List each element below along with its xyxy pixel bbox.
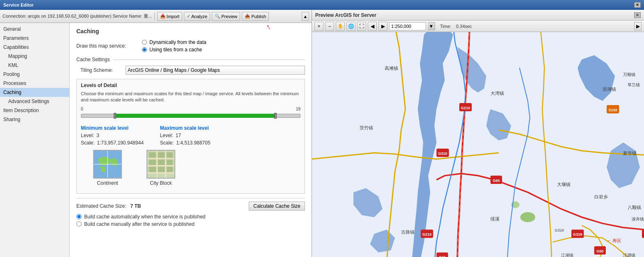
tiling-scheme-select[interactable]: ArcGIS Online / Bing Maps / Google Maps … [126, 66, 305, 75]
svg-rect-14 [158, 167, 165, 172]
slider-track-container [81, 112, 300, 119]
radio-dynamic[interactable]: Dynamically from the data [142, 39, 206, 45]
toolbar: Connection: arcgis on 192.168.50.62_6080… [0, 10, 312, 23]
radio-tiles-input[interactable] [142, 47, 147, 52]
svg-text:万顺镇: 万顺镇 [623, 72, 635, 77]
sidebar-item-caching[interactable]: Caching [0, 88, 69, 97]
slider-labels: 0 19 [81, 107, 300, 111]
svg-rect-7 [149, 152, 156, 158]
close-button[interactable]: ✕ [634, 2, 641, 8]
sidebar-item-item-description[interactable]: Item Description [0, 106, 69, 115]
min-level-row: Level: 3 [81, 133, 144, 138]
build-manual-radio[interactable] [76, 221, 82, 227]
preview-icon: 🔍 [215, 14, 220, 19]
build-manual-label: Build cache manually after the service i… [84, 221, 195, 227]
lod-box: Levels of Detail Choose the minimum and … [76, 79, 305, 194]
svg-rect-12 [167, 159, 173, 165]
build-auto-radio[interactable] [76, 214, 82, 219]
max-level-row: Level: 17 [160, 133, 211, 138]
cityblock-thumbnail [147, 150, 175, 179]
time-value: 0.34sec [456, 24, 472, 29]
main-container: Connection: arcgis on 192.168.50.62_6080… [0, 10, 644, 257]
svg-text:八颗镇: 八颗镇 [628, 205, 641, 210]
svg-rect-15 [167, 167, 173, 172]
svg-text:茨竹镇: 茨竹镇 [360, 125, 373, 130]
expand-button[interactable]: ⛶ [357, 22, 366, 31]
svg-rect-8 [158, 152, 165, 158]
map-area: G210 G310 G65 G210 G319 G [312, 32, 644, 257]
sidebar-item-parameters[interactable]: Parameters [0, 34, 69, 43]
connection-label: Connection: arcgis on 192.168.50.62_6080… [2, 13, 152, 19]
min-scale-value: 1:73,957,190.948944 [97, 140, 143, 146]
sidebar-item-advanced-settings[interactable]: Advanced Settings [0, 97, 69, 106]
sidebar-item-processes[interactable]: Processes [0, 79, 69, 88]
time-label: Time: [440, 24, 451, 29]
cache-settings-divider [113, 60, 305, 60]
max-level-value: 17 [176, 133, 181, 138]
svg-rect-25 [642, 229, 644, 238]
sidebar-item-general[interactable]: General [0, 25, 69, 34]
max-scale-col: Maximum scale level Level: 17 Scale: 1:4… [160, 125, 211, 146]
scale-dropdown[interactable]: ▼ [428, 22, 435, 30]
back-button[interactable]: ◀ [368, 22, 377, 31]
import-icon: 📥 [160, 14, 166, 19]
slider-active-track [116, 114, 277, 118]
svg-text:新市镇: 新市镇 [623, 151, 637, 156]
title-bar: Service Editor ✕ [0, 0, 644, 10]
build-manual-option[interactable]: Build cache manually after the service i… [76, 221, 305, 227]
sidebar-item-kml[interactable]: KML [0, 61, 69, 70]
svg-point-22 [520, 212, 535, 222]
svg-text:洪湖镇: 洪湖镇 [603, 87, 616, 92]
preview-button[interactable]: 🔍 Preview [212, 12, 240, 21]
globe-button[interactable]: 🌐 [346, 22, 355, 31]
svg-rect-18 [147, 172, 174, 174]
map-svg: G210 G310 G65 G210 G319 G [312, 32, 644, 257]
preview-close-button[interactable]: ✕ [634, 12, 641, 18]
scale-input[interactable] [389, 22, 426, 30]
radio-tiles-label: Using tiles from a cache [149, 47, 202, 53]
publish-button[interactable]: 📤 Publish [242, 12, 269, 21]
toolbar-expand-button[interactable]: ▲ [302, 12, 309, 21]
min-level-value: 3 [96, 133, 99, 138]
build-auto-option[interactable]: Build cache automatically when the servi… [76, 214, 305, 220]
editor-panel: Connection: arcgis on 192.168.50.62_6080… [0, 10, 312, 257]
map-expand-button[interactable]: ▶ [634, 22, 642, 30]
radio-tiles[interactable]: Using tiles from a cache [142, 47, 206, 53]
tiling-select-wrapper: ArcGIS Online / Bing Maps / Google Maps … [126, 66, 305, 75]
continent-thumbnail [93, 150, 122, 179]
sidebar-item-mapping[interactable]: Mapping [0, 52, 69, 61]
slider-max-handle[interactable] [274, 113, 277, 119]
cache-size-row: Estimated Cache Size: 7 TB Calculate Cac… [76, 198, 305, 211]
forward-button[interactable]: ▶ [378, 22, 387, 31]
svg-text:G210: G210 [422, 232, 431, 236]
map-toolbar: + − ✋ 🌐 ⛶ ◀ ▶ ▼ Time: 0.34sec ▶ [312, 21, 644, 32]
import-button[interactable]: 📥 Import [157, 12, 182, 21]
radio-dynamic-input[interactable] [142, 40, 147, 45]
slider-min-handle[interactable] [114, 113, 116, 119]
calculate-cache-button[interactable]: Calculate Cache Size [249, 202, 305, 211]
svg-text:← 寿区: ← 寿区 [607, 238, 621, 243]
tiling-scheme-label: Tiling Scheme: [80, 67, 126, 73]
radio-dynamic-label: Dynamically from the data [149, 39, 206, 45]
svg-rect-17 [147, 165, 174, 167]
svg-rect-9 [167, 152, 173, 158]
slider-min-label: 0 [81, 107, 83, 111]
zoom-out-button[interactable]: − [325, 22, 334, 31]
sidebar-item-sharing[interactable]: Sharing [0, 115, 69, 124]
sidebar-item-capabilities[interactable]: Capabilities [0, 43, 69, 52]
svg-text:古路镇: 古路镇 [401, 229, 415, 234]
min-level-label: Level: [81, 133, 94, 138]
slider-max-label: 19 [296, 107, 300, 111]
sidebar-item-pooling[interactable]: Pooling [0, 70, 69, 79]
preview-title-bar: Preview ArcGIS for Server ✕ [312, 10, 644, 21]
svg-text:江湖镇: 江湖镇 [561, 253, 573, 257]
sidebar: General Parameters Capabilities Mapping … [0, 23, 70, 257]
svg-rect-13 [149, 167, 156, 172]
preview-panel: Preview ArcGIS for Server ✕ + − ✋ 🌐 ⛶ ◀ … [312, 10, 644, 257]
analyze-button[interactable]: ✓ Analyze [184, 12, 210, 21]
svg-text:大堰镇: 大堰镇 [557, 182, 571, 187]
content-area: Caching Draw this map service: Dynamical… [70, 23, 312, 257]
pan-button[interactable]: ✋ [336, 22, 345, 31]
zoom-in-button[interactable]: + [314, 22, 323, 31]
cache-size-value: 7 TB [130, 203, 141, 209]
